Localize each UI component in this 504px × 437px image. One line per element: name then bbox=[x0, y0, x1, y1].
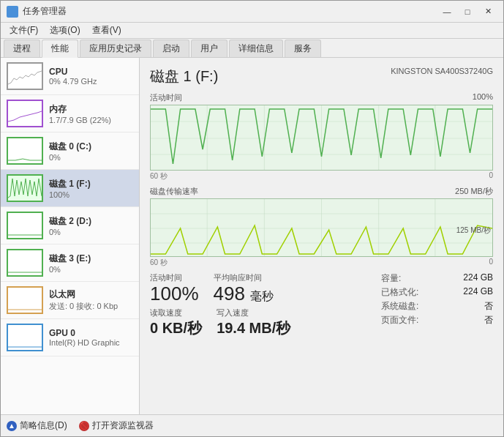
write-value: 19.4 MB/秒 bbox=[217, 318, 290, 338]
net-label: 以太网 发送: 0 接收: 0 Kbp bbox=[49, 288, 133, 312]
sidebar: CPU 0% 4.79 GHz 内存 1.7/7.9 GB (22%) bbox=[1, 58, 140, 414]
menu-file[interactable]: 文件(F) bbox=[4, 23, 44, 38]
mem-subtitle: 1.7/7.9 GB (22%) bbox=[49, 116, 133, 124]
tab-services[interactable]: 服务 bbox=[285, 40, 321, 57]
read-value: 0 KB/秒 bbox=[150, 318, 202, 338]
resource-monitor-icon: 🚫 bbox=[79, 421, 89, 431]
menu-options[interactable]: 选项(O) bbox=[44, 23, 86, 38]
svg-rect-3 bbox=[8, 176, 42, 201]
stats-right: 容量: 224 GB 已格式化: 224 GB 系统磁盘: 否 页面文件: 否 bbox=[381, 272, 493, 338]
disk1-thumb bbox=[7, 174, 43, 202]
transfer-chart: 125 MB/秒 bbox=[150, 198, 493, 257]
main-panel: 磁盘 1 (F:) KINGSTON SA400S37240G 活动时间 100… bbox=[140, 58, 503, 414]
cpu-label: CPU 0% 4.79 GHz bbox=[49, 67, 133, 86]
disk3-title: 磁盘 3 (E:) bbox=[49, 253, 133, 265]
cpu-subtitle: 0% 4.79 GHz bbox=[49, 77, 133, 86]
activity-stat-label: 活动时间 bbox=[150, 272, 199, 283]
main-title: 磁盘 1 (F:) bbox=[150, 67, 218, 86]
device-name: KINGSTON SA400S37240G bbox=[391, 67, 493, 75]
disk3-label: 磁盘 3 (E:) 0% bbox=[49, 253, 133, 274]
sidebar-item-disk1[interactable]: 磁盘 1 (F:) 100% bbox=[1, 170, 139, 207]
sidebar-item-memory[interactable]: 内存 1.7/7.9 GB (22%) bbox=[1, 95, 139, 132]
mem-thumb bbox=[7, 100, 43, 127]
close-button[interactable]: ✕ bbox=[478, 4, 497, 19]
transfer-chart-label: 磁盘传输速率 250 MB/秒 bbox=[150, 186, 493, 197]
svg-rect-7 bbox=[8, 325, 42, 350]
sidebar-item-disk0[interactable]: 磁盘 0 (C:) 0% bbox=[1, 132, 139, 170]
activity-stat: 活动时间 100% bbox=[150, 272, 199, 305]
summary-button[interactable]: ▲ 简略信息(D) bbox=[7, 419, 67, 432]
disk3-subtitle: 0% bbox=[49, 265, 133, 274]
transfer-time-labels: 60 秒 0 bbox=[150, 258, 493, 268]
summary-icon: ▲ bbox=[7, 421, 17, 431]
response-stat-label: 平均响应时间 bbox=[214, 272, 274, 283]
menu-view[interactable]: 查看(V) bbox=[86, 23, 127, 38]
sidebar-item-cpu[interactable]: CPU 0% 4.79 GHz bbox=[1, 58, 139, 95]
mem-label: 内存 1.7/7.9 GB (22%) bbox=[49, 103, 133, 124]
svg-rect-6 bbox=[8, 288, 42, 313]
system-value: 否 bbox=[484, 300, 493, 313]
sidebar-item-disk3[interactable]: 磁盘 3 (E:) 0% bbox=[1, 244, 139, 282]
system-label: 系统磁盘: bbox=[381, 300, 418, 313]
disk2-subtitle: 0% bbox=[49, 228, 133, 236]
titlebar-left: 任务管理器 bbox=[7, 5, 67, 18]
activity-time-labels: 60 秒 0 bbox=[150, 171, 493, 182]
disk2-label: 磁盘 2 (D:) 0% bbox=[49, 215, 133, 236]
mem-title: 内存 bbox=[49, 103, 133, 116]
tab-startup[interactable]: 启动 bbox=[153, 40, 189, 57]
gpu-title: GPU 0 bbox=[49, 328, 133, 338]
write-stat: 写入速度 19.4 MB/秒 bbox=[217, 307, 290, 338]
minimize-button[interactable]: — bbox=[437, 4, 456, 19]
svg-rect-4 bbox=[8, 213, 42, 238]
sidebar-item-gpu[interactable]: GPU 0 Intel(R) HD Graphic bbox=[1, 319, 139, 356]
disk2-thumb bbox=[7, 212, 43, 239]
cpu-title: CPU bbox=[49, 67, 133, 77]
transfer-mid-label: 125 MB/秒 bbox=[456, 225, 491, 236]
pagefile-value: 否 bbox=[484, 314, 493, 326]
read-stat: 读取速度 0 KB/秒 bbox=[150, 307, 202, 338]
tab-app-history[interactable]: 应用历史记录 bbox=[80, 40, 151, 57]
activity-chart bbox=[150, 105, 493, 171]
tab-process[interactable]: 进程 bbox=[4, 40, 40, 57]
system-row: 系统磁盘: 否 bbox=[381, 300, 493, 313]
footer: ▲ 简略信息(D) 🚫 打开资源监视器 bbox=[1, 414, 503, 436]
activity-max-label: 100% bbox=[473, 92, 493, 103]
sidebar-item-net[interactable]: 以太网 发送: 0 接收: 0 Kbp bbox=[1, 282, 139, 319]
tab-details[interactable]: 详细信息 bbox=[229, 40, 283, 57]
window: 任务管理器 — □ ✕ 文件(F) 选项(O) 查看(V) 进程 性能 应用历史… bbox=[0, 0, 504, 437]
tab-performance[interactable]: 性能 bbox=[42, 40, 78, 58]
activity-stat-value: 100% bbox=[150, 283, 199, 305]
disk1-subtitle: 100% bbox=[49, 190, 133, 199]
stats-left: 活动时间 100% 平均响应时间 498 毫秒 bbox=[150, 272, 374, 338]
disk3-thumb bbox=[7, 249, 43, 277]
formatted-label: 已格式化: bbox=[381, 286, 418, 299]
write-label: 写入速度 bbox=[217, 307, 290, 318]
disk2-title: 磁盘 2 (D:) bbox=[49, 215, 133, 228]
titlebar-controls: — □ ✕ bbox=[437, 4, 497, 19]
transfer-label-text: 磁盘传输速率 bbox=[150, 186, 198, 197]
transfer-max-label: 250 MB/秒 bbox=[455, 186, 493, 197]
disk1-title: 磁盘 1 (F:) bbox=[49, 178, 133, 190]
disk1-label: 磁盘 1 (F:) 100% bbox=[49, 178, 133, 199]
disk0-label: 磁盘 0 (C:) 0% bbox=[49, 141, 133, 162]
maximize-button[interactable]: □ bbox=[458, 4, 477, 19]
svg-rect-1 bbox=[8, 101, 42, 126]
response-stat: 平均响应时间 498 毫秒 bbox=[214, 272, 274, 305]
stats-bottom-row: 读取速度 0 KB/秒 写入速度 19.4 MB/秒 bbox=[150, 307, 374, 338]
main-header: 磁盘 1 (F:) KINGSTON SA400S37240G bbox=[150, 67, 493, 86]
svg-rect-5 bbox=[8, 250, 42, 275]
disk0-subtitle: 0% bbox=[49, 153, 133, 162]
gpu-subtitle: Intel(R) HD Graphic bbox=[49, 338, 133, 347]
resource-monitor-button[interactable]: 🚫 打开资源监视器 bbox=[79, 419, 154, 432]
pagefile-label: 页面文件: bbox=[381, 314, 418, 326]
transfer-chart-section: 磁盘传输速率 250 MB/秒 bbox=[150, 186, 493, 268]
stats-top-row: 活动时间 100% 平均响应时间 498 毫秒 bbox=[150, 272, 374, 305]
titlebar: 任务管理器 — □ ✕ bbox=[1, 1, 503, 23]
sidebar-item-disk2[interactable]: 磁盘 2 (D:) 0% bbox=[1, 207, 139, 244]
gpu-thumb bbox=[7, 324, 43, 351]
formatted-row: 已格式化: 224 GB bbox=[381, 286, 493, 299]
tab-users[interactable]: 用户 bbox=[191, 40, 227, 57]
menubar: 文件(F) 选项(O) 查看(V) bbox=[1, 23, 503, 39]
disk0-title: 磁盘 0 (C:) bbox=[49, 141, 133, 153]
pagefile-row: 页面文件: 否 bbox=[381, 314, 493, 326]
